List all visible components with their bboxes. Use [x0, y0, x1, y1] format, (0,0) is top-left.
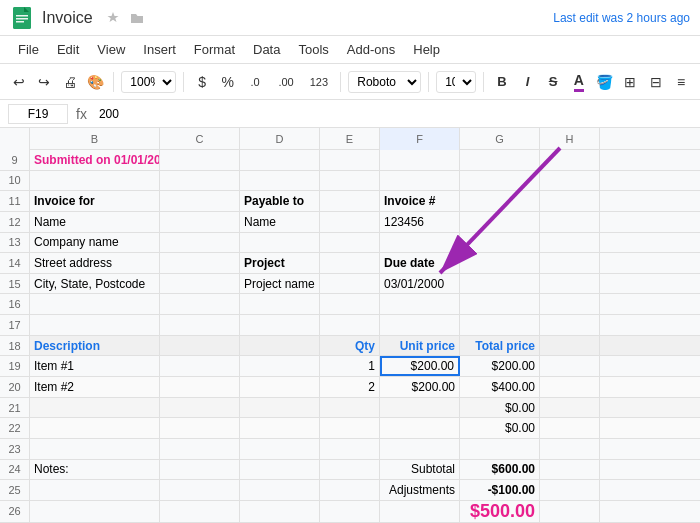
menu-addons[interactable]: Add-ons: [339, 40, 403, 59]
cell-reference-input[interactable]: [8, 104, 68, 124]
cell-b25[interactable]: [30, 480, 160, 500]
cell-g9[interactable]: [460, 150, 540, 170]
cell-e17[interactable]: [320, 315, 380, 335]
cell-h15[interactable]: [540, 274, 600, 294]
cell-d23[interactable]: [240, 439, 320, 459]
col-header-f[interactable]: F: [380, 128, 460, 150]
cell-f26[interactable]: [380, 501, 460, 522]
cell-d21[interactable]: [240, 398, 320, 418]
cell-f18[interactable]: Unit price: [380, 336, 460, 356]
italic-button[interactable]: I: [517, 70, 539, 94]
cell-b18[interactable]: Description: [30, 336, 160, 356]
cell-g14[interactable]: [460, 253, 540, 273]
cell-e25[interactable]: [320, 480, 380, 500]
cell-e19[interactable]: 1: [320, 356, 380, 376]
cell-h20[interactable]: [540, 377, 600, 397]
cell-b10[interactable]: [30, 171, 160, 191]
col-header-c[interactable]: C: [160, 128, 240, 150]
cell-h18[interactable]: [540, 336, 600, 356]
cell-b24[interactable]: Notes:: [30, 460, 160, 480]
cell-g13[interactable]: [460, 233, 540, 253]
undo-button[interactable]: ↩: [8, 70, 30, 94]
col-header-d[interactable]: D: [240, 128, 320, 150]
cell-f20[interactable]: $200.00: [380, 377, 460, 397]
cell-g20[interactable]: $400.00: [460, 377, 540, 397]
cell-g11[interactable]: [460, 191, 540, 211]
cell-b21[interactable]: [30, 398, 160, 418]
cell-h9[interactable]: [540, 150, 600, 170]
cell-e14[interactable]: [320, 253, 380, 273]
cell-e26[interactable]: [320, 501, 380, 522]
cell-b17[interactable]: [30, 315, 160, 335]
menu-edit[interactable]: Edit: [49, 40, 87, 59]
more-formats-button[interactable]: 123: [305, 70, 334, 94]
cell-c26[interactable]: [160, 501, 240, 522]
cell-b9[interactable]: Submitted on 01/01/2000: [30, 150, 160, 170]
cell-e22[interactable]: [320, 418, 380, 438]
menu-insert[interactable]: Insert: [135, 40, 184, 59]
cell-b19[interactable]: Item #1: [30, 356, 160, 376]
cell-e23[interactable]: [320, 439, 380, 459]
cell-b14[interactable]: Street address: [30, 253, 160, 273]
cell-f19[interactable]: $200.00: [380, 356, 460, 376]
cell-g12[interactable]: [460, 212, 540, 232]
cell-g17[interactable]: [460, 315, 540, 335]
align-button[interactable]: ≡: [670, 70, 692, 94]
cell-c21[interactable]: [160, 398, 240, 418]
cell-h25[interactable]: [540, 480, 600, 500]
cell-c16[interactable]: [160, 294, 240, 314]
fill-color-button[interactable]: 🪣: [594, 70, 616, 94]
cell-b11[interactable]: Invoice for: [30, 191, 160, 211]
cell-c9[interactable]: [160, 150, 240, 170]
zoom-select[interactable]: 100%: [121, 71, 176, 93]
cell-g10[interactable]: [460, 171, 540, 191]
cell-g16[interactable]: [460, 294, 540, 314]
cell-f15[interactable]: 03/01/2000: [380, 274, 460, 294]
cell-c19[interactable]: [160, 356, 240, 376]
cell-b23[interactable]: [30, 439, 160, 459]
merge-cells-button[interactable]: ⊟: [645, 70, 667, 94]
cell-g21[interactable]: $0.00: [460, 398, 540, 418]
currency-button[interactable]: $: [191, 70, 213, 94]
cell-e11[interactable]: [320, 191, 380, 211]
cell-f11[interactable]: Invoice #: [380, 191, 460, 211]
decimal00-button[interactable]: .00: [272, 70, 301, 94]
cell-c24[interactable]: [160, 460, 240, 480]
cell-b20[interactable]: Item #2: [30, 377, 160, 397]
cell-e13[interactable]: [320, 233, 380, 253]
decimal0-button[interactable]: .0: [242, 70, 267, 94]
cell-d11[interactable]: Payable to: [240, 191, 320, 211]
cell-d14[interactable]: Project: [240, 253, 320, 273]
cell-c25[interactable]: [160, 480, 240, 500]
cell-c17[interactable]: [160, 315, 240, 335]
redo-button[interactable]: ↪: [34, 70, 56, 94]
menu-view[interactable]: View: [89, 40, 133, 59]
col-header-h[interactable]: H: [540, 128, 600, 150]
font-size-select[interactable]: 10: [436, 71, 476, 93]
cell-d22[interactable]: [240, 418, 320, 438]
cell-h11[interactable]: [540, 191, 600, 211]
menu-data[interactable]: Data: [245, 40, 288, 59]
cell-c10[interactable]: [160, 171, 240, 191]
cell-f10[interactable]: [380, 171, 460, 191]
cell-f9[interactable]: [380, 150, 460, 170]
cell-e10[interactable]: [320, 171, 380, 191]
cell-d13[interactable]: [240, 233, 320, 253]
cell-d25[interactable]: [240, 480, 320, 500]
menu-help[interactable]: Help: [405, 40, 448, 59]
cell-h21[interactable]: [540, 398, 600, 418]
cell-c18[interactable]: [160, 336, 240, 356]
cell-h13[interactable]: [540, 233, 600, 253]
cell-c12[interactable]: [160, 212, 240, 232]
borders-button[interactable]: ⊞: [619, 70, 641, 94]
cell-d16[interactable]: [240, 294, 320, 314]
menu-tools[interactable]: Tools: [290, 40, 336, 59]
cell-h22[interactable]: [540, 418, 600, 438]
cell-g26[interactable]: $500.00: [460, 501, 540, 522]
cell-d24[interactable]: [240, 460, 320, 480]
paint-format-button[interactable]: 🎨: [85, 70, 107, 94]
cell-c14[interactable]: [160, 253, 240, 273]
cell-h12[interactable]: [540, 212, 600, 232]
cell-d10[interactable]: [240, 171, 320, 191]
cell-d26[interactable]: [240, 501, 320, 522]
